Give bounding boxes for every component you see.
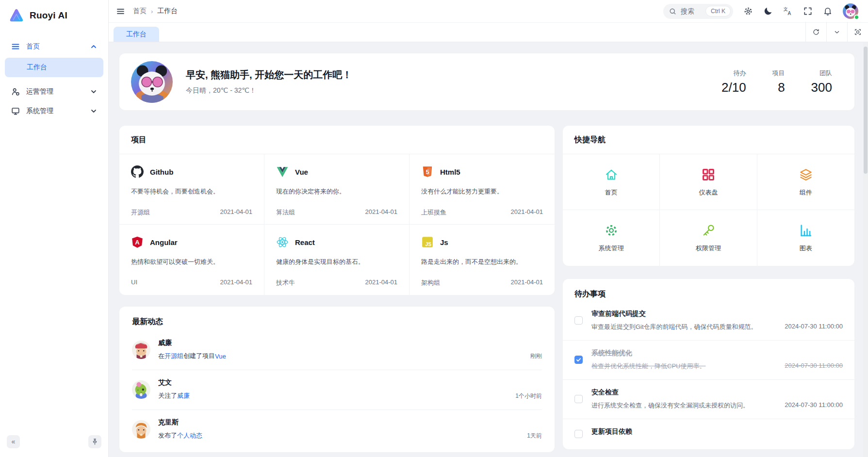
activity-text: 发布了 xyxy=(158,431,177,440)
todo-checkbox[interactable] xyxy=(574,356,583,364)
breadcrumb-home[interactable]: 首页 xyxy=(133,7,147,16)
html5-icon: 5 xyxy=(421,165,434,178)
layers-icon xyxy=(799,167,813,182)
activity-text: 关注了 xyxy=(158,392,177,400)
tab-options-button[interactable] xyxy=(826,22,847,42)
svg-text:JS: JS xyxy=(426,242,432,247)
top-bar: 首页 › 工作台 Ctrl K xyxy=(109,0,868,22)
pin-sidebar-button[interactable] xyxy=(88,435,101,448)
project-name: Angular xyxy=(150,238,178,246)
projects-grid: Github 不要等待机会，而要创造机会。 开源组 2021-04-01 xyxy=(119,154,555,295)
project-card-html5[interactable]: 5 Html5 没有什么才能比努力更重要。 上班摸鱼 2021-04-01 xyxy=(409,154,555,225)
language-translate-icon[interactable]: 文 A xyxy=(783,6,793,16)
dark-mode-moon-icon[interactable] xyxy=(763,6,773,16)
quick-nav-system[interactable]: 系统管理 xyxy=(563,210,660,266)
activity-link-feed[interactable]: 个人动态 xyxy=(177,431,202,440)
project-card-js[interactable]: JS Js 路是走出来的，而不是空想出来的。 架构组 2021-04-01 xyxy=(409,225,555,295)
greeting-title: 早安, 熊猫助手, 开始您一天的工作吧！ xyxy=(186,68,352,82)
todo-item: 审查前端代码提交 审查最近提交到Git仓库的前端代码，确保代码质量和规范。 20… xyxy=(563,301,854,340)
project-card-angular[interactable]: A Angular 热情和欲望可以突破一切难关。 UI 2021-04-01 xyxy=(119,225,264,295)
project-date: 2021-04-01 xyxy=(511,278,543,287)
right-column: 快捷导航 首页 xyxy=(563,126,854,449)
project-date: 2021-04-01 xyxy=(511,208,543,217)
sidebar-item-home[interactable]: 首页 xyxy=(5,37,103,56)
activity-user-name: 威廉 xyxy=(158,339,542,347)
quick-nav-permissions[interactable]: 权限管理 xyxy=(660,210,757,266)
todo-time: 2024-07-30 11:00:00 xyxy=(785,401,843,410)
activity-text: 在 xyxy=(158,352,164,360)
javascript-icon: JS xyxy=(421,236,434,248)
refresh-icon xyxy=(812,28,820,36)
quick-nav-dashboard[interactable]: 仪表盘 xyxy=(660,154,757,210)
activity-link-project[interactable]: Vue xyxy=(215,353,226,360)
todo-description: 进行系统安全检查，确保没有安全漏洞或未授权的访问。 xyxy=(591,401,749,410)
activity-avatar-evan xyxy=(132,380,150,399)
search-input[interactable] xyxy=(681,7,701,15)
quick-nav-card-title: 快捷导航 xyxy=(563,126,854,154)
activity-link-group[interactable]: 开源组 xyxy=(164,352,183,360)
stat-label: 项目 xyxy=(772,69,785,78)
project-card-react[interactable]: React 健康的身体是实现目标的基石。 技术牛 2021-04-01 xyxy=(264,225,409,295)
activity-time: 1天前 xyxy=(527,432,542,440)
tab-workbench[interactable]: 工作台 xyxy=(114,27,159,42)
brand-header[interactable]: Ruoyi AI xyxy=(0,0,108,31)
todo-title: 安全检查 xyxy=(591,388,843,397)
maximize-content-button[interactable] xyxy=(847,22,868,42)
project-card-vue[interactable]: Vue 现在的你决定将来的你。 算法组 2021-04-01 xyxy=(264,154,409,225)
brand-logo-icon xyxy=(8,7,24,24)
sidebar-item-operations[interactable]: 运营管理 xyxy=(5,82,103,101)
activity-link-user[interactable]: 威廉 xyxy=(177,392,190,400)
pin-icon xyxy=(91,438,98,445)
todo-title: 系统性能优化 xyxy=(591,349,843,358)
tab-actions xyxy=(805,22,868,42)
project-group: 上班摸鱼 xyxy=(421,208,446,217)
sidebar-subitem-label: 工作台 xyxy=(27,63,47,72)
quick-nav-label: 组件 xyxy=(800,188,812,197)
collapse-sidebar-button[interactable]: « xyxy=(7,435,20,448)
todo-checkbox[interactable] xyxy=(574,395,583,403)
todo-title: 审查前端代码提交 xyxy=(591,310,843,318)
todo-checkbox[interactable] xyxy=(574,316,583,325)
hamburger-menu-icon[interactable] xyxy=(116,7,125,16)
todo-checkbox[interactable] xyxy=(574,430,583,438)
monitor-icon xyxy=(11,107,20,115)
notifications-bell-icon[interactable] xyxy=(823,6,833,16)
quick-nav-home[interactable]: 首页 xyxy=(563,154,660,210)
settings-gear-icon[interactable] xyxy=(743,6,753,16)
activity-text: 创建了项目 xyxy=(183,352,215,360)
chevron-down-icon xyxy=(833,28,841,36)
scrollbar-thumb[interactable] xyxy=(864,47,868,174)
menu-lines-icon xyxy=(11,42,20,51)
project-quote: 健康的身体是实现目标的基石。 xyxy=(276,258,397,266)
todo-item: 系统性能优化 检查并优化系统性能，降低CPU使用率。 2024-07-30 11… xyxy=(563,340,854,379)
search-icon xyxy=(669,8,676,15)
stat-value: 8 xyxy=(772,80,785,95)
project-quote: 热情和欲望可以突破一切难关。 xyxy=(131,258,252,266)
user-gear-icon xyxy=(11,87,20,96)
quick-nav-label: 权限管理 xyxy=(696,244,721,253)
quick-nav-charts[interactable]: 图表 xyxy=(757,210,854,266)
home-icon xyxy=(604,167,619,182)
project-card-github[interactable]: Github 不要等待机会，而要创造机会。 开源组 2021-04-01 xyxy=(119,154,264,225)
fullscreen-icon[interactable] xyxy=(803,6,813,16)
sidebar-footer: « xyxy=(0,431,108,457)
sidebar-item-workbench[interactable]: 工作台 xyxy=(5,58,103,77)
main-area: 首页 › 工作台 Ctrl K xyxy=(109,0,868,457)
activities-card: 最新动态 xyxy=(119,307,555,452)
quick-nav-label: 图表 xyxy=(800,244,812,253)
quick-nav-components[interactable]: 组件 xyxy=(757,154,854,210)
scrollbar-track[interactable] xyxy=(863,43,868,457)
sidebar-menu: 首页 工作台 运营管理 xyxy=(0,31,108,431)
todo-card: 待办事项 审查前端代码提交 审查最近提交到Git仓库的前端代码，确保代码质量和规… xyxy=(563,279,854,449)
search-box[interactable]: Ctrl K xyxy=(663,4,733,19)
user-avatar[interactable] xyxy=(843,3,858,19)
breadcrumb-current: 工作台 xyxy=(157,7,178,16)
sidebar-item-system[interactable]: 系统管理 xyxy=(5,101,103,121)
greeting-text: 早安, 熊猫助手, 开始您一天的工作吧！ 今日晴，20℃ - 32℃！ xyxy=(186,68,352,95)
activity-user-name: 艾文 xyxy=(158,378,542,387)
svg-text:5: 5 xyxy=(426,169,429,176)
refresh-page-button[interactable] xyxy=(805,22,826,42)
stat-value: 2/10 xyxy=(721,80,746,95)
quick-nav-card: 快捷导航 首页 xyxy=(563,126,854,266)
project-group: 开源组 xyxy=(131,208,150,217)
